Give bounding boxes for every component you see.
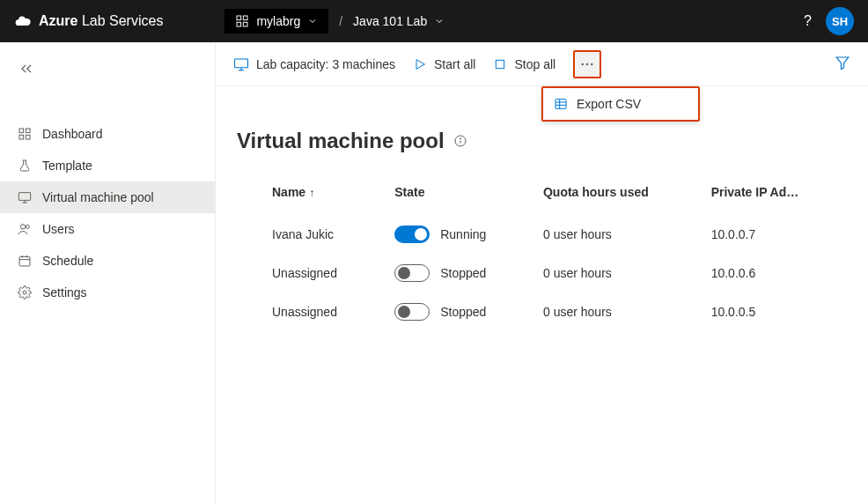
sidebar-item-settings[interactable]: Settings <box>0 277 215 308</box>
svg-point-33 <box>460 138 460 139</box>
stop-all-button[interactable]: Stop all <box>493 57 555 71</box>
state-label: Stopped <box>440 266 486 280</box>
page-title: Virtual machine pool <box>237 129 445 153</box>
chevron-down-icon <box>307 16 318 26</box>
stop-all-label: Stop all <box>514 57 555 71</box>
cell-name: Ivana Jukic <box>237 215 387 254</box>
play-icon <box>413 57 427 71</box>
svg-rect-1 <box>244 16 248 20</box>
cell-quota: 0 user hours <box>536 254 704 292</box>
svg-rect-18 <box>235 59 248 68</box>
cell-ip: 10.0.0.7 <box>704 215 847 254</box>
users-icon <box>18 222 32 236</box>
sidebar-item-label: Template <box>42 159 92 173</box>
sidebar-collapse-button[interactable] <box>0 51 215 86</box>
filter-icon <box>835 55 850 70</box>
column-header-ip[interactable]: Private IP Ad… <box>704 174 847 215</box>
lab-name-label: Java 101 Lab <box>353 14 427 28</box>
table-icon <box>554 97 568 111</box>
sidebar-item-users[interactable]: Users <box>0 213 215 245</box>
sidebar-item-template[interactable]: Template <box>0 150 215 181</box>
svg-rect-8 <box>18 193 30 201</box>
more-actions-button[interactable] <box>573 50 601 78</box>
resource-group-icon <box>235 14 249 28</box>
export-csv-button[interactable]: Export CSV <box>543 88 698 120</box>
svg-point-23 <box>582 63 584 64</box>
svg-rect-5 <box>26 129 30 133</box>
dashboard-icon <box>18 127 32 141</box>
column-header-quota[interactable]: Quota hours used <box>536 174 704 215</box>
sidebar-item-label: Users <box>42 222 75 236</box>
svg-point-11 <box>20 225 25 229</box>
cell-name: Unassigned <box>237 254 387 292</box>
svg-rect-6 <box>19 135 24 139</box>
cell-ip: 10.0.0.6 <box>704 254 847 292</box>
resource-group-dropdown[interactable]: mylabrg <box>224 9 328 33</box>
double-chevron-left-icon <box>18 60 35 78</box>
export-csv-label: Export CSV <box>577 97 641 111</box>
cell-ip: 10.0.0.5 <box>704 292 847 331</box>
lab-capacity-label: Lab capacity: 3 machines <box>256 57 395 71</box>
calendar-icon <box>18 254 32 268</box>
power-toggle[interactable] <box>394 226 430 243</box>
user-avatar[interactable]: SH <box>826 7 854 35</box>
svg-rect-4 <box>19 129 24 133</box>
cell-quota: 0 user hours <box>536 292 704 331</box>
svg-rect-27 <box>555 100 566 109</box>
state-label: Running <box>440 227 486 241</box>
chevron-down-icon <box>434 16 445 26</box>
svg-rect-0 <box>237 16 241 20</box>
help-icon[interactable]: ? <box>804 13 812 29</box>
azure-cloud-icon <box>14 12 32 30</box>
cell-state: Stopped <box>387 292 536 331</box>
svg-rect-7 <box>26 135 30 139</box>
column-header-name[interactable]: Name↑ <box>237 174 387 215</box>
table-row[interactable]: UnassignedStopped0 user hours10.0.0.6 <box>237 254 847 292</box>
monitor-icon <box>233 56 249 72</box>
cell-quota: 0 user hours <box>536 215 704 254</box>
svg-marker-21 <box>416 59 424 69</box>
sidebar-item-schedule[interactable]: Schedule <box>0 245 215 277</box>
breadcrumb-separator: / <box>339 14 342 28</box>
command-bar: Lab capacity: 3 machines Start all Stop … <box>216 42 868 86</box>
svg-marker-26 <box>836 57 849 70</box>
sidebar-item-label: Schedule <box>42 254 93 268</box>
sort-asc-icon: ↑ <box>309 187 314 199</box>
filter-button[interactable] <box>835 55 850 73</box>
cell-name: Unassigned <box>237 292 387 331</box>
top-header: Azure Lab Services mylabrg / Java 101 La… <box>0 0 868 42</box>
more-actions-dropdown: Export CSV <box>541 86 700 122</box>
info-icon[interactable] <box>453 134 467 148</box>
flask-icon <box>18 159 32 173</box>
brand[interactable]: Azure Lab Services <box>14 12 163 30</box>
ellipsis-icon <box>579 56 595 72</box>
power-toggle[interactable] <box>394 264 430 282</box>
state-label: Stopped <box>440 305 486 319</box>
top-breadcrumb: mylabrg / Java 101 Lab <box>224 9 445 33</box>
sidebar-item-label: Settings <box>42 285 87 300</box>
resource-group-label: mylabrg <box>256 14 300 28</box>
cell-state: Stopped <box>387 254 536 292</box>
main-area: Lab capacity: 3 machines Start all Stop … <box>216 42 868 503</box>
power-toggle[interactable] <box>394 303 430 321</box>
lab-dropdown[interactable]: Java 101 Lab <box>353 14 445 28</box>
sidebar: Dashboard Template Virtual machine pool … <box>0 42 216 503</box>
sidebar-item-label: Dashboard <box>42 127 103 141</box>
svg-point-17 <box>23 291 26 294</box>
table-row[interactable]: UnassignedStopped0 user hours10.0.0.5 <box>237 292 847 331</box>
start-all-label: Start all <box>434 57 475 71</box>
sidebar-item-label: Virtual machine pool <box>42 190 154 204</box>
column-header-state[interactable]: State <box>387 174 536 215</box>
svg-rect-2 <box>237 22 241 26</box>
sidebar-item-vm-pool[interactable]: Virtual machine pool <box>0 181 215 213</box>
sidebar-item-dashboard[interactable]: Dashboard <box>0 118 215 150</box>
vm-table: Name↑ State Quota hours used Private IP … <box>237 174 847 331</box>
start-all-button[interactable]: Start all <box>413 57 475 71</box>
table-row[interactable]: Ivana JukicRunning0 user hours10.0.0.7 <box>237 215 847 254</box>
user-initials: SH <box>832 15 848 28</box>
svg-rect-22 <box>497 60 504 68</box>
svg-rect-3 <box>244 22 248 26</box>
svg-point-24 <box>586 63 588 64</box>
monitor-icon <box>18 190 32 204</box>
lab-capacity-button[interactable]: Lab capacity: 3 machines <box>233 56 395 72</box>
